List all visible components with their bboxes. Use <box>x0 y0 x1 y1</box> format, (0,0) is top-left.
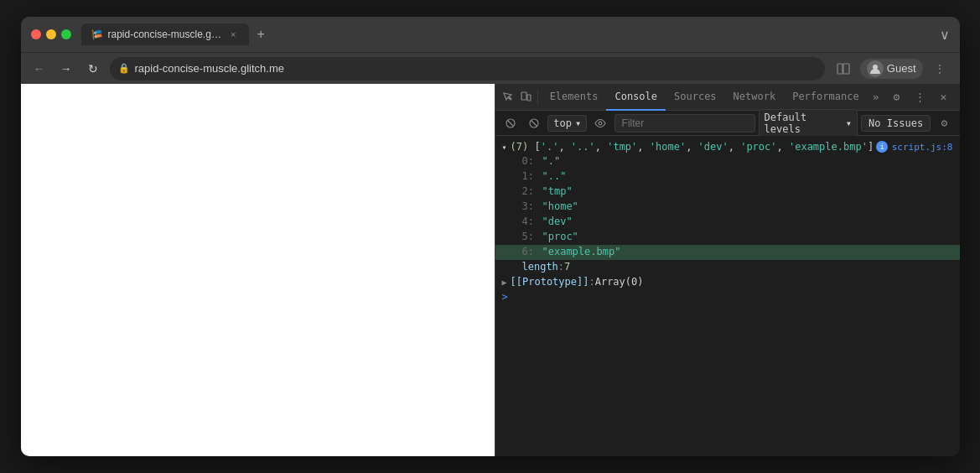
context-label: top <box>553 117 572 129</box>
index-1-label: 1: <box>522 170 539 182</box>
value-1: ".." <box>542 170 567 182</box>
array-item-2: 2: "tmp" <box>495 185 960 200</box>
tab-network[interactable]: Network <box>725 84 785 111</box>
svg-line-6 <box>508 121 513 126</box>
content-area: Elements Console Sources Network Perform… <box>21 84 960 456</box>
default-levels-button[interactable]: Default levels ▾ <box>759 109 858 138</box>
prototype-sep: : <box>589 276 594 288</box>
array-item-1: 1: ".." <box>495 169 960 185</box>
array-item-4: 4: "dev" <box>495 215 960 230</box>
tab-sources[interactable]: Sources <box>666 84 725 111</box>
more-tabs-button[interactable]: » <box>868 87 884 107</box>
index-3-label: 3: <box>522 200 539 212</box>
svg-rect-0 <box>837 64 843 74</box>
no-issues-button[interactable]: No Issues <box>861 115 931 132</box>
console-output: ▾ (7) ['.', '..', 'tmp', 'home', 'dev', … <box>495 136 960 456</box>
active-tab[interactable]: 🎏 rapid-concise-muscle.glitch.m… × <box>81 23 249 45</box>
context-arrow-icon: ▾ <box>575 117 581 129</box>
value-0: "." <box>542 155 561 167</box>
forward-button[interactable]: → <box>56 59 76 79</box>
expand-prototype-icon[interactable]: ▶ <box>502 278 507 287</box>
nav-right-icons: Guest ⋮ <box>832 57 951 81</box>
console-eye-button[interactable] <box>590 112 610 134</box>
lock-icon: 🔒 <box>118 63 130 74</box>
inspect-element-button[interactable] <box>500 86 516 108</box>
array-item-3: 3: "home" <box>495 200 960 215</box>
address-text: rapid-concise-muscle.glitch.me <box>135 62 284 75</box>
traffic-lights <box>31 29 71 39</box>
tab-close-button[interactable]: × <box>228 29 238 40</box>
array-preview: (7) ['.', '..', 'tmp', 'home', 'dev', 'p… <box>511 141 874 153</box>
console-context-selector[interactable]: top ▾ <box>547 115 587 132</box>
expand-array-icon[interactable]: ▾ <box>502 143 507 152</box>
console-clear-button[interactable] <box>500 112 521 134</box>
svg-rect-1 <box>843 64 849 74</box>
console-block-button[interactable] <box>524 112 544 134</box>
device-toolbar-button[interactable] <box>518 86 534 108</box>
nav-bar: ← → ↻ 🔒 rapid-concise-muscle.glitch.me <box>21 52 960 84</box>
default-levels-arrow-icon: ▾ <box>846 117 852 129</box>
reload-button[interactable]: ↻ <box>83 59 103 79</box>
length-line: length: 7 <box>495 260 960 275</box>
value-5: "proc" <box>542 231 578 242</box>
console-input-arrow: > <box>502 291 508 303</box>
devtools-more-button[interactable]: ⋮ <box>910 86 931 108</box>
array-item-5: 5: "proc" <box>495 230 960 245</box>
minimize-traffic-light[interactable] <box>46 29 56 39</box>
prototype-value: Array(0) <box>595 276 644 288</box>
devtools-close-button[interactable]: ✕ <box>933 86 955 108</box>
browser-window: 🎏 rapid-concise-muscle.glitch.m… × + ∨ ←… <box>21 17 960 456</box>
address-bar[interactable]: 🔒 rapid-concise-muscle.glitch.me <box>110 57 825 81</box>
value-3: "home" <box>542 200 578 212</box>
devtools-settings-button[interactable]: ⚙ <box>886 86 908 108</box>
svg-point-9 <box>599 122 603 125</box>
new-tab-button[interactable]: + <box>252 25 270 44</box>
account-avatar <box>867 60 884 77</box>
tab-title: rapid-concise-muscle.glitch.m… <box>108 29 224 40</box>
devtools-panel: Elements Console Sources Network Perform… <box>495 84 960 456</box>
svg-line-8 <box>531 120 537 126</box>
browser-page <box>21 84 495 456</box>
tab-performance[interactable]: Performance <box>784 84 867 111</box>
length-value: 7 <box>564 261 570 273</box>
window-control-button[interactable]: ∨ <box>940 27 950 43</box>
svg-rect-4 <box>527 95 531 101</box>
account-button[interactable]: Guest <box>860 59 923 79</box>
tab-elements[interactable]: Elements <box>542 84 607 111</box>
toolbar-separator <box>537 90 538 105</box>
tab-console[interactable]: Console <box>606 84 666 111</box>
devtools-toolbar: Elements Console Sources Network Perform… <box>495 84 960 111</box>
array-item-0: 0: "." <box>495 154 960 169</box>
maximize-traffic-light[interactable] <box>61 29 71 39</box>
index-2-label: 2: <box>522 185 539 197</box>
prototype-key: [[Prototype]] <box>511 276 589 288</box>
console-filter-input[interactable] <box>614 114 755 133</box>
back-button[interactable]: ← <box>29 59 49 79</box>
tab-favicon-icon: 🎏 <box>91 29 103 40</box>
index-0-label: 0: <box>522 155 539 167</box>
line-source[interactable]: script.js:8 <box>892 142 953 153</box>
svg-rect-3 <box>521 92 526 100</box>
value-6: "example.bmp" <box>542 246 621 257</box>
browser-more-button[interactable]: ⋮ <box>928 57 951 81</box>
prototype-line[interactable]: ▶ [[Prototype]] : Array(0) <box>495 275 960 288</box>
sidebar-toggle-button[interactable] <box>832 57 855 81</box>
info-badge: i <box>876 141 888 153</box>
account-label: Guest <box>887 62 916 75</box>
value-4: "dev" <box>542 216 573 227</box>
console-settings-button[interactable]: ⚙ <box>934 112 954 134</box>
default-levels-label: Default levels <box>765 112 843 135</box>
value-2: "tmp" <box>542 185 573 197</box>
index-6-label: 6: <box>522 246 539 257</box>
array-header-line[interactable]: ▾ (7) ['.', '..', 'tmp', 'home', 'dev', … <box>495 139 960 154</box>
tab-area: 🎏 rapid-concise-muscle.glitch.m… × + <box>81 23 933 45</box>
title-bar: 🎏 rapid-concise-muscle.glitch.m… × + ∨ <box>21 17 960 52</box>
console-input-line[interactable]: > <box>495 288 960 305</box>
console-subtoolbar: top ▾ Default levels ▾ No Issues ⚙ <box>495 111 960 136</box>
devtools-tabs: Elements Console Sources Network Perform… <box>542 84 884 111</box>
array-item-6: 6: "example.bmp" <box>495 245 960 260</box>
devtools-right-icons: ⚙ ⋮ ✕ <box>886 86 955 108</box>
length-key: length <box>522 261 558 273</box>
index-4-label: 4: <box>522 216 539 227</box>
close-traffic-light[interactable] <box>31 29 41 39</box>
